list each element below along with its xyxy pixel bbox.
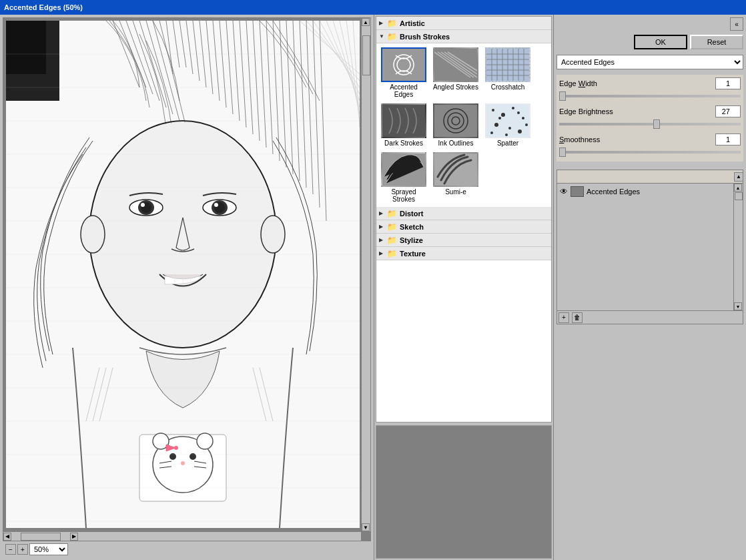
main-container: ▲ ▼ ◀ ▶ − + 25% 50% 66.7% 100% [0,15,746,560]
filter-crosshatch[interactable]: Crosshatch [483,46,532,99]
category-stylize: ▶ 📁 Stylize [376,234,551,247]
category-distort-header[interactable]: ▶ 📁 Distort [376,207,551,220]
svg-point-59 [197,433,213,449]
edge-width-slider[interactable] [559,95,741,97]
artistic-label: Artistic [400,19,425,27]
ok-button[interactable]: OK [634,35,687,49]
svg-point-41 [141,203,145,207]
layer-delete-button[interactable]: 🗑 [572,312,583,323]
category-artistic: ▶ 📁 Artistic [376,17,551,30]
filter-dark-strokes[interactable]: Dark Strokes [379,102,428,148]
sumi-e-thumb [433,152,478,187]
crosshatch-label: Crosshatch [491,83,525,91]
settings-group: Edge Width Edge Brightness Smoothness [556,75,743,162]
category-texture-header[interactable]: ▶ 📁 Texture [376,247,551,260]
texture-folder-icon: 📁 [387,249,397,258]
texture-label: Texture [400,250,426,258]
brush-strokes-expand-icon: ▼ [379,33,384,39]
layer-scroll-up-arrow[interactable]: ▲ [734,184,742,192]
settings-panel: « OK Reset Accented Edges Edge Width [554,15,746,560]
zoom-out-button[interactable]: − [5,544,16,555]
smoothness-label: Smoothness [559,135,715,144]
filter-angled-strokes[interactable]: Angled Strokes [431,46,480,99]
canvas-scrollbar-thumb-h[interactable] [21,533,61,541]
svg-rect-92 [382,49,425,81]
layer-visibility-icon[interactable]: 👁 [560,187,568,196]
layer-scroll-thumb[interactable] [735,192,743,200]
layer-panel-scrollbar[interactable]: ▲ ▼ [733,184,743,310]
svg-point-124 [494,123,498,127]
canvas-scrollbar-thumb-v[interactable] [362,35,370,75]
accented-edges-label: Accented Edges [380,83,427,98]
layer-item[interactable]: 👁 Accented Edges [557,184,743,200]
smoothness-slider-container [559,147,741,156]
filter-sprayed-strokes[interactable]: Sprayed Strokes [379,151,428,204]
layer-new-button[interactable]: + [558,312,569,323]
category-stylize-header[interactable]: ▶ 📁 Stylize [376,234,551,247]
edge-brightness-label: Edge Brightness [559,107,715,115]
filter-ink-outlines[interactable]: Ink Outlines [431,102,480,148]
ink-outlines-label: Ink Outlines [438,139,474,147]
svg-point-62 [190,453,196,460]
svg-point-121 [501,113,505,117]
spatter-label: Spatter [497,139,518,147]
filter-scroll-area[interactable]: ▶ 📁 Artistic ▼ 📁 Brush Strokes [376,16,552,423]
category-brush-strokes-header[interactable]: ▼ 📁 Brush Strokes [376,30,551,43]
layer-panel: ▲ 👁 Accented Edges ▲ ▼ + [556,170,743,324]
filter-accented-edges[interactable]: Accented Edges [379,46,428,99]
canvas-wrapper: ▲ ▼ ◀ ▶ [3,17,371,541]
artistic-expand-icon: ▶ [379,20,384,26]
collapse-header: « [556,17,743,31]
texture-expand-icon: ▶ [379,250,384,256]
category-texture: ▶ 📁 Texture [376,247,551,260]
sketch-expand-icon: ▶ [379,224,384,230]
category-sketch-header[interactable]: ▶ 📁 Sketch [376,220,551,234]
collapse-button[interactable]: « [730,17,743,31]
accented-edges-thumb [381,47,426,82]
layer-preview [571,186,584,197]
edge-brightness-slider-container [559,119,741,128]
category-distort: ▶ 📁 Distort [376,207,551,220]
zoom-in-button[interactable]: + [17,544,28,555]
zoom-select[interactable]: 25% 50% 66.7% 100% 200% [29,543,68,555]
svg-point-123 [522,117,524,119]
svg-point-67 [174,446,178,450]
brush-strokes-thumbnails: Accented Edges [376,43,551,207]
filter-spatter[interactable]: Spatter [483,102,532,148]
reset-button[interactable]: Reset [690,35,743,49]
layer-scroll-down-arrow[interactable]: ▼ [734,302,742,310]
canvas-scrollbar-vertical[interactable]: ▲ ▼ [361,18,370,531]
scroll-down-arrow[interactable]: ▼ [362,523,370,531]
svg-point-50 [261,216,285,253]
svg-point-126 [518,129,522,133]
sketch-folder-icon: 📁 [387,222,397,232]
svg-rect-114 [382,105,425,137]
category-artistic-header[interactable]: ▶ 📁 Artistic [376,17,551,30]
filter-dropdown[interactable]: Accented Edges [556,55,743,69]
canvas-image [6,21,360,528]
svg-rect-134 [378,426,549,558]
scroll-left-arrow[interactable]: ◀ [3,533,11,541]
scroll-up-arrow[interactable]: ▲ [362,18,370,26]
stylize-label: Stylize [400,236,423,244]
edge-width-input[interactable] [715,77,741,89]
edge-width-row: Edge Width [559,77,741,89]
filter-preview-area [376,425,552,559]
canvas-scrollbar-horizontal[interactable]: ◀ ▶ [3,531,361,541]
layer-panel-scroll-up[interactable]: ▲ [734,172,743,182]
angled-strokes-label: Angled Strokes [433,83,478,91]
edge-brightness-slider[interactable] [559,123,741,125]
artistic-folder-icon: 📁 [387,19,397,28]
smoothness-input[interactable] [715,133,741,146]
filter-sumi-e[interactable]: Sumi-e [431,151,480,204]
sprayed-strokes-thumb [381,152,426,187]
crosshatch-thumb [485,47,530,82]
canvas-area: ▲ ▼ ◀ ▶ − + 25% 50% 66.7% 100% [0,15,374,560]
smoothness-slider[interactable] [559,151,741,154]
scroll-right-arrow[interactable]: ▶ [70,533,78,541]
layer-panel-scroll[interactable]: 👁 Accented Edges ▲ ▼ [557,184,743,310]
layer-name-text: Accented Edges [587,188,640,196]
canvas-controls: − + 25% 50% 66.7% 100% 200% [3,541,371,557]
sketch-svg [6,21,360,528]
edge-brightness-input[interactable] [715,105,741,117]
